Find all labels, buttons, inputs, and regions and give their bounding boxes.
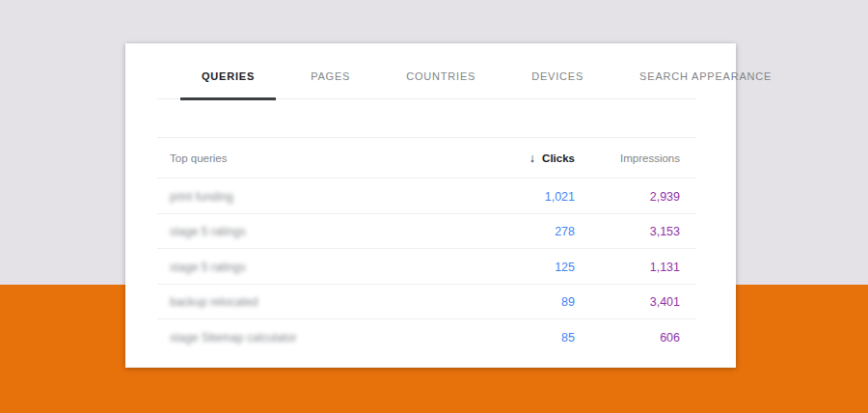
tab-countries[interactable]: COUNTRIES — [385, 53, 497, 99]
clicks-column-header[interactable]: ↓Clicks — [478, 151, 575, 165]
query-text-blurred: stage Sitemap calculator — [170, 331, 296, 344]
tab-queries[interactable]: QUERIES — [180, 53, 276, 99]
clicks-column-label: Clicks — [542, 152, 575, 164]
query-text-blurred: stage 5 ratings — [170, 225, 246, 238]
impressions-value: 1,131 — [650, 261, 680, 274]
report-tabbar: QUERIES PAGES COUNTRIES DEVICES SEARCH A… — [157, 43, 696, 99]
query-text-blurred: backup relocated — [170, 295, 258, 309]
sort-descending-arrow-icon: ↓ — [529, 151, 535, 165]
impressions-column-header[interactable]: Impressions — [575, 152, 680, 164]
impressions-value: 3,401 — [650, 295, 680, 309]
impressions-value: 606 — [660, 331, 680, 344]
clicks-value: 278 — [555, 225, 575, 238]
table-row[interactable]: stage 5 ratings 278 3,153 — [157, 214, 696, 250]
table-row[interactable]: stage 5 ratings 125 1,131 — [157, 249, 696, 285]
query-text-blurred: print funding — [170, 190, 233, 204]
table-header-row: Top queries ↓Clicks Impressions — [157, 137, 696, 179]
table-row[interactable]: backup relocated 89 3,401 — [157, 285, 696, 320]
impressions-value: 3,153 — [650, 225, 680, 238]
clicks-value: 85 — [561, 331, 575, 344]
queries-table: Top queries ↓Clicks Impressions print fu… — [157, 137, 696, 355]
top-queries-column-header[interactable]: Top queries — [170, 152, 478, 164]
clicks-value: 89 — [561, 295, 575, 309]
search-performance-card: QUERIES PAGES COUNTRIES DEVICES SEARCH A… — [125, 43, 736, 368]
impressions-value: 2,939 — [650, 190, 680, 204]
tab-devices[interactable]: DEVICES — [510, 53, 605, 99]
tab-pages[interactable]: PAGES — [289, 53, 371, 99]
query-text-blurred: stage 5 ratings — [170, 261, 246, 274]
table-row[interactable]: print funding 1,021 2,939 — [157, 179, 696, 214]
table-row[interactable]: stage Sitemap calculator 85 606 — [157, 319, 696, 355]
clicks-value: 1,021 — [545, 190, 575, 204]
clicks-value: 125 — [555, 261, 575, 274]
tab-search-appearance[interactable]: SEARCH APPEARANCE — [618, 53, 793, 99]
